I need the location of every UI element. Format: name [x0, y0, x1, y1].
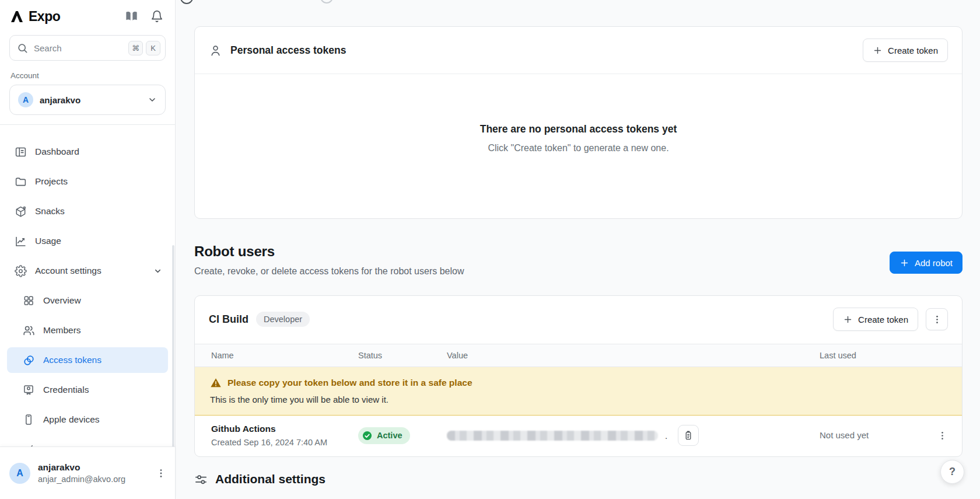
sidebar-item-credentials[interactable]: Credentials	[7, 377, 168, 403]
sidebar-header: Expo ⌘ K Account A	[0, 0, 175, 125]
user-panel: A anjarakvo anjar_admin@akvo.org	[0, 446, 175, 499]
phone-icon	[23, 414, 34, 425]
chevron-down-icon	[153, 267, 162, 275]
sidebar-nav: Dashboard Projects Snacks Usage Account …	[0, 125, 175, 499]
empty-state-subtitle: Click "Create token" to generate a new o…	[488, 143, 668, 153]
table-row: Github Actions Created Sep 16, 2024 7:40…	[195, 416, 962, 456]
kebab-icon	[937, 430, 948, 441]
gear-icon	[15, 265, 27, 277]
sidebar-item-access-tokens[interactable]: Access tokens	[7, 347, 168, 373]
robot-users-header: Robot users Create, revoke, or delete ac…	[194, 243, 963, 277]
question-mark-icon: ?	[949, 466, 956, 478]
create-personal-token-button[interactable]: Create token	[863, 39, 948, 62]
empty-state: There are no personal access tokens yet …	[195, 74, 962, 218]
sliders-icon	[194, 473, 208, 486]
plus-icon	[873, 46, 883, 55]
user-email: anjar_admin@akvo.org	[38, 474, 155, 484]
search-box[interactable]: ⌘ K	[9, 35, 166, 61]
kebab-icon	[932, 314, 943, 325]
empty-state-title: There are no personal access tokens yet	[480, 123, 677, 135]
token-warning-banner: Please copy your token below and store i…	[195, 367, 962, 416]
ci-build-card: CI Build Developer Create token Name Sta…	[194, 295, 963, 457]
add-robot-button[interactable]: Add robot	[890, 252, 963, 274]
sidebar-item-label: Access tokens	[43, 355, 162, 365]
usage-chart-icon	[15, 235, 27, 247]
app-window: Expo ⌘ K Account A	[0, 0, 980, 499]
kbd-k: K	[146, 41, 160, 55]
notifications-button[interactable]	[150, 10, 163, 23]
credentials-badge-icon	[23, 384, 34, 396]
person-icon	[209, 44, 222, 57]
scrolled-avatar-remnant	[180, 0, 193, 4]
sidebar: Expo ⌘ K Account A	[0, 0, 176, 499]
col-header-name: Name	[211, 351, 358, 360]
card-title: Personal access tokens	[230, 44, 863, 57]
last-used-value: Not used yet	[820, 430, 869, 440]
expo-logo[interactable]: Expo	[9, 9, 60, 25]
button-label: Create token	[858, 315, 908, 324]
sidebar-item-label: Projects	[35, 176, 162, 187]
help-button[interactable]: ?	[940, 460, 964, 484]
account-name: anjarakvo	[40, 95, 148, 105]
docs-button[interactable]	[124, 10, 139, 23]
col-header-last-used: Last used	[820, 351, 922, 360]
grid-icon	[23, 295, 34, 306]
snack-cube-icon	[15, 205, 27, 218]
personal-access-tokens-card: Personal access tokens Create token Ther…	[194, 26, 963, 219]
sidebar-item-label: Credentials	[43, 385, 162, 395]
account-avatar: A	[18, 92, 33, 107]
sidebar-item-usage[interactable]: Usage	[7, 228, 168, 254]
access-tokens-icon	[23, 354, 35, 367]
search-icon	[17, 43, 28, 54]
logo-text: Expo	[29, 9, 60, 25]
warning-body: This is the only time you will be able t…	[210, 395, 948, 404]
sidebar-item-label: Apple devices	[43, 414, 162, 425]
role-badge: Developer	[256, 312, 310, 327]
user-menu-button[interactable]	[155, 467, 167, 479]
token-value-blurred	[447, 431, 658, 441]
sidebar-item-label: Members	[43, 325, 162, 336]
chevron-down-icon	[148, 95, 157, 104]
token-created-date: Created Sep 16, 2024 7:40 AM	[211, 438, 358, 447]
folder-icon	[15, 176, 27, 188]
status-badge: Active	[358, 427, 410, 444]
token-value-suffix: .	[665, 431, 667, 441]
col-header-status: Status	[358, 351, 447, 360]
sidebar-item-account-settings[interactable]: Account settings	[7, 258, 168, 284]
token-row-menu-button[interactable]	[937, 430, 948, 441]
additional-settings-title: Additional settings	[215, 472, 326, 486]
sidebar-item-dashboard[interactable]: Dashboard	[7, 139, 168, 165]
section-title: Robot users	[194, 243, 464, 260]
sidebar-item-label: Overview	[43, 295, 162, 306]
button-label: Add robot	[915, 258, 953, 268]
table-header-row: Name Status Value Last used	[195, 344, 962, 367]
button-label: Create token	[888, 46, 938, 55]
kebab-icon	[155, 467, 167, 479]
account-switcher[interactable]: A anjarakvo	[9, 85, 166, 115]
check-circle-icon	[362, 430, 373, 441]
sidebar-item-apple-devices[interactable]: Apple devices	[7, 407, 168, 432]
bell-icon	[150, 10, 163, 23]
search-input[interactable]	[34, 43, 125, 53]
status-label: Active	[377, 431, 402, 440]
sidebar-item-overview[interactable]: Overview	[7, 288, 168, 313]
sidebar-item-label: Dashboard	[35, 146, 162, 157]
token-name: Github Actions	[211, 424, 358, 434]
expo-caret-icon	[9, 10, 24, 23]
main-content: Personal access tokens Create token Ther…	[176, 0, 980, 499]
warning-title: Please copy your token below and store i…	[228, 378, 473, 388]
kbd-cmd: ⌘	[128, 41, 143, 55]
create-robot-token-button[interactable]: Create token	[833, 308, 918, 331]
plus-icon	[900, 258, 909, 268]
sidebar-item-label: Snacks	[35, 206, 162, 217]
sidebar-item-members[interactable]: Members	[7, 317, 168, 343]
warning-icon	[210, 377, 222, 389]
copy-token-button[interactable]	[678, 425, 699, 446]
dashboard-icon	[15, 146, 27, 158]
sidebar-item-snacks[interactable]: Snacks	[7, 198, 168, 224]
scrolled-control-remnant	[320, 0, 333, 4]
user-avatar: A	[9, 463, 30, 484]
robot-user-menu-button[interactable]	[926, 308, 948, 330]
sidebar-item-label: Account settings	[35, 266, 145, 276]
sidebar-item-projects[interactable]: Projects	[7, 169, 168, 194]
